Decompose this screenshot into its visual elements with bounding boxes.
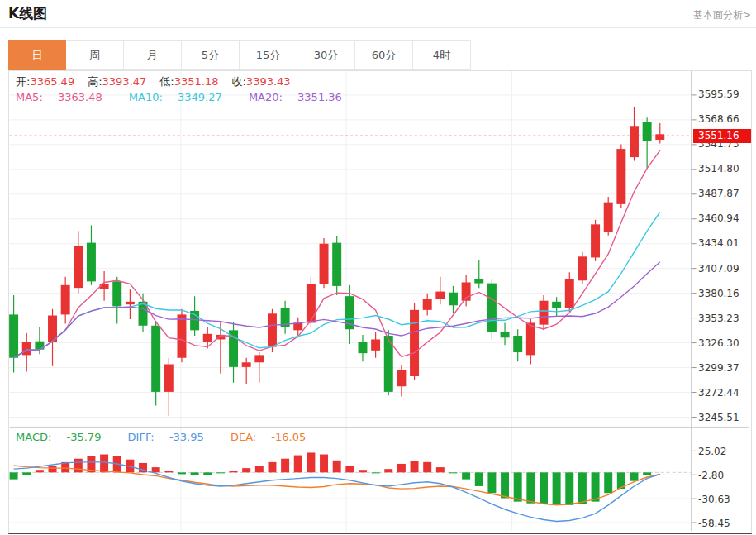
header-divider	[0, 27, 756, 28]
price-tick-label: 3460.94	[698, 213, 749, 224]
price-tick-label: 3595.59	[698, 88, 749, 100]
ma10-label: MA10:	[129, 91, 163, 103]
price-tick-label: 3272.44	[698, 387, 749, 399]
ma5-value: 3363.48	[58, 91, 102, 103]
low-value: 3351.18	[174, 75, 219, 88]
current-price-badge: 3551.16	[693, 129, 751, 143]
macd-value: -35.79	[67, 431, 102, 443]
open-value: 3365.49	[30, 75, 74, 88]
macd-tick-label: -30.63	[698, 494, 749, 505]
macd-label: MACD:	[16, 431, 51, 443]
dea-value: -16.05	[271, 431, 306, 443]
price-tick-label: 3299.37	[698, 362, 749, 374]
tab-week[interactable]: 周	[66, 40, 124, 70]
low-label: 低:	[159, 75, 174, 88]
price-tick-label: 3407.09	[698, 263, 749, 275]
period-tabbar: 日周月5分15分30分60分4时	[8, 40, 471, 70]
high-value: 3393.47	[102, 75, 147, 88]
dea-label: DEA:	[231, 431, 256, 443]
fundamental-analysis-link[interactable]: 基本面分析>	[693, 8, 751, 22]
diff-label: DIFF:	[128, 431, 155, 443]
tab-month[interactable]: 月	[124, 40, 182, 70]
price-tick-label: 3568.66	[698, 113, 749, 125]
price-tick-label: 3353.23	[698, 313, 749, 324]
price-tick-label: 3487.87	[698, 188, 749, 199]
tab-5min[interactable]: 5分	[182, 40, 240, 70]
macd-readout: MACD: -35.79 DIFF: -33.95 DEA: -16.05	[16, 431, 329, 443]
high-label: 高:	[88, 75, 102, 88]
price-tick-label: 3434.01	[698, 237, 749, 249]
ma20-label: MA20:	[249, 91, 283, 103]
open-label: 开:	[16, 75, 30, 88]
macd-tick-label: -2.80	[698, 470, 749, 481]
kline-chart-canvas[interactable]	[9, 71, 749, 531]
ohlc-readout: 开:3365.49高:3393.47低:3351.18收:3393.43	[16, 74, 304, 89]
diff-value: -33.95	[169, 431, 204, 443]
close-value: 3393.43	[246, 75, 291, 88]
kline-page: K线图 基本面分析> 日周月5分15分30分60分4时 开:3365.49高:3…	[0, 0, 756, 535]
price-tick-label: 3514.80	[698, 163, 749, 174]
price-tick-label: 3245.51	[698, 412, 749, 423]
price-tick-label: 3326.30	[698, 337, 749, 349]
ma5-label: MA5:	[16, 91, 43, 103]
ma10-value: 3349.27	[178, 91, 222, 103]
macd-tick-label: 25.02	[698, 446, 749, 457]
ma-readout: MA5: 3363.48 MA10: 3349.27 MA20: 3351.36	[16, 91, 365, 103]
macd-tick-label: -58.45	[698, 518, 749, 529]
ma20-value: 3351.36	[297, 91, 342, 103]
tab-day[interactable]: 日	[8, 40, 66, 70]
tab-60min[interactable]: 60分	[355, 40, 413, 70]
close-label: 收:	[231, 75, 245, 88]
price-tick-label: 3380.16	[698, 288, 749, 299]
tab-4hour[interactable]: 4时	[413, 40, 471, 70]
tab-15min[interactable]: 15分	[240, 40, 297, 70]
tab-30min[interactable]: 30分	[297, 40, 355, 70]
chart-container: 开:3365.49高:3393.47低:3351.18收:3393.43 MA5…	[8, 70, 752, 534]
page-title: K线图	[8, 4, 47, 23]
